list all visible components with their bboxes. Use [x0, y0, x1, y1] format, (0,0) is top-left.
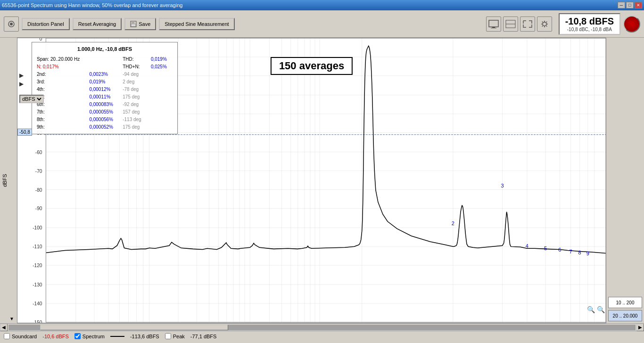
svg-text:-100: -100	[33, 225, 42, 230]
layout1-button[interactable]	[503, 16, 518, 32]
svg-text:-70: -70	[35, 169, 42, 174]
save-button[interactable]: Save	[124, 18, 156, 30]
peak-status: Peak	[165, 333, 185, 339]
soundcard-checkbox[interactable]	[4, 333, 10, 339]
display-icon	[488, 20, 499, 28]
dbfs-unit-selector[interactable]: dBFS dBV dBu	[19, 95, 44, 103]
right-panel: 10 .. 200 20 .. 20.000	[606, 38, 644, 323]
scroll-track[interactable]	[8, 325, 636, 330]
main-area: dBFS ▼	[0, 38, 644, 323]
zoom-in-icon[interactable]: 🔍	[587, 306, 595, 313]
settings-icon	[7, 19, 16, 29]
svg-rect-3	[132, 21, 134, 24]
svg-text:2: 2	[452, 220, 454, 226]
svg-text:0: 0	[40, 38, 42, 41]
zoom-controls: 🔍 🔍	[587, 306, 605, 313]
dbfs-select[interactable]: dBFS dBV dBu	[20, 96, 43, 102]
spectrum-checkbox[interactable]	[74, 333, 81, 339]
distortion-panel-button[interactable]: Distortion Panel	[22, 18, 70, 30]
fullscreen-icon	[522, 20, 533, 28]
svg-rect-6	[492, 27, 495, 28]
input-level-value: -10,6 dBFS	[42, 334, 69, 339]
svg-text:3: 3	[501, 183, 504, 188]
svg-rect-7	[491, 28, 496, 28]
svg-text:-90: -90	[35, 206, 42, 211]
cursor-triangle-2[interactable]: ▶	[19, 81, 24, 87]
svg-text:-140: -140	[33, 301, 42, 306]
reset-averaging-button[interactable]: Reset Averaging	[73, 18, 122, 30]
peak-checkbox[interactable]	[165, 333, 171, 339]
info-box: 1.000,0 Hz, -10,8 dBFS Span: 20..20.000 …	[32, 42, 178, 134]
svg-text:-130: -130	[33, 282, 42, 287]
svg-rect-5	[489, 20, 498, 27]
record-button[interactable]	[623, 16, 640, 33]
fullscreen-button[interactable]	[520, 16, 535, 32]
level-main-value: -10,8 dBFS	[565, 16, 614, 27]
svg-text:-150: -150	[33, 320, 42, 323]
status-bar: Soundcard -10,6 dBFS Spectrum -113,6 dBF…	[0, 331, 644, 341]
svg-text:6: 6	[558, 247, 561, 253]
svg-text:4: 4	[526, 243, 528, 249]
ref-line-label: -50,8	[17, 129, 32, 136]
svg-text:5: 5	[544, 245, 547, 251]
save-icon	[130, 21, 137, 27]
svg-rect-4	[131, 24, 136, 26]
range-button-1[interactable]: 10 .. 200	[608, 297, 642, 308]
spectrum-status: Spectrum	[74, 333, 105, 339]
scroll-right-arrow[interactable]: ▶	[636, 324, 644, 331]
level-display: -10,8 dBFS -10,8 dBC, -10,8 dBA	[559, 13, 620, 35]
left-scroll: ▼	[9, 38, 17, 323]
title-bar: 65536-point Spectrum using Hann window, …	[0, 0, 644, 10]
scroll-down-arrow[interactable]: ▼	[9, 316, 14, 321]
info-title: 1.000,0 Hz, -10,8 dBFS	[37, 45, 173, 54]
svg-text:-80: -80	[35, 187, 42, 192]
y-axis-label: dBFS	[0, 38, 9, 323]
minimize-button[interactable]: ─	[618, 2, 625, 8]
spectrum-level-value: -113,6 dBFS	[130, 334, 159, 339]
svg-text:8: 8	[578, 250, 581, 255]
zoom-out-icon[interactable]: 🔍	[597, 306, 605, 313]
soundcard-status: Soundcard	[4, 333, 37, 339]
preferences-button[interactable]	[537, 16, 552, 32]
range-button-2[interactable]: 20 .. 20.000	[608, 310, 642, 321]
info-grid: Span: 20..20.000 Hz THD: 0,019% N: 0,017…	[37, 56, 173, 131]
level-sub-value: -10,8 dBC, -10,8 dBA	[565, 27, 614, 32]
svg-text:-110: -110	[33, 244, 42, 249]
chart-area[interactable]: 0 -10 -20 -30 -40 -50 -60 -70 -80 -90 -1…	[17, 38, 606, 323]
svg-text:-120: -120	[33, 263, 42, 268]
stepped-sine-button[interactable]: Stepped Sine Measurement	[159, 18, 234, 30]
horizontal-scrollbar[interactable]: ◀ ▶	[0, 323, 644, 331]
window-title: 65536-point Spectrum using Hann window, …	[2, 2, 182, 8]
svg-point-10	[543, 22, 546, 26]
peak-level-value: -77,1 dBFS	[190, 334, 217, 339]
gear-icon	[539, 19, 550, 29]
svg-text:7: 7	[569, 248, 572, 254]
svg-text:9: 9	[586, 251, 589, 256]
close-button[interactable]: ✕	[635, 2, 642, 8]
settings-icon-button[interactable]	[4, 16, 19, 32]
cursor-triangle-1[interactable]: ▶	[19, 72, 24, 79]
spectrum-line-sample	[110, 333, 124, 340]
display-icon-button[interactable]	[486, 16, 501, 32]
maximize-button[interactable]: □	[626, 2, 634, 8]
averages-display: 150 averages	[271, 57, 353, 75]
svg-text:-60: -60	[35, 150, 42, 155]
window-controls: ─ □ ✕	[618, 2, 642, 8]
scroll-left-arrow[interactable]: ◀	[0, 324, 8, 331]
layout1-icon	[505, 20, 516, 28]
svg-point-1	[10, 23, 13, 25]
toolbar: Distortion Panel Reset Averaging Save St…	[0, 10, 644, 38]
